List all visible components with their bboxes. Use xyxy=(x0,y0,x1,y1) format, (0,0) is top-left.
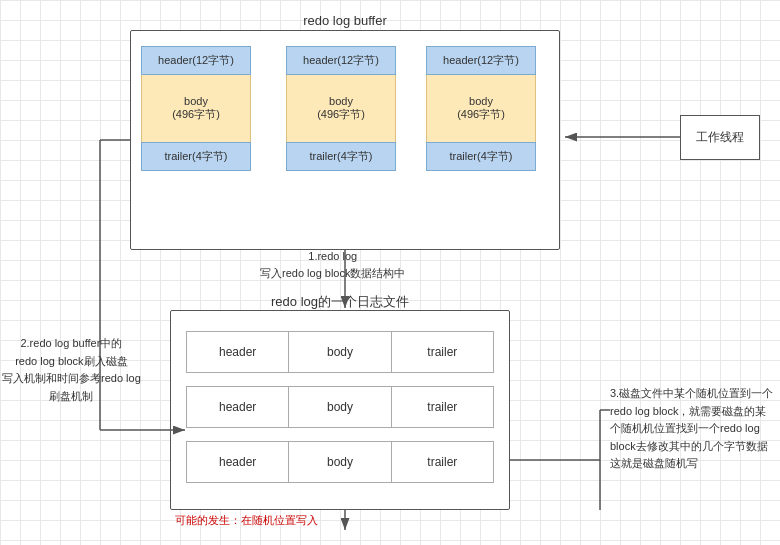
block2-trailer: trailer(4字节) xyxy=(286,142,396,171)
redo-log-buffer-title: redo log buffer xyxy=(303,13,387,28)
possible-label: 可能的发生：在随机位置写入 xyxy=(175,512,318,529)
file-row2-trailer: trailer xyxy=(392,387,493,427)
file-row3-body: body xyxy=(289,442,391,482)
step2-label: 2.redo log buffer中的 redo log block刷入磁盘 写… xyxy=(2,335,141,405)
block3-header: header(12字节) xyxy=(426,46,536,75)
file-row3-header: header xyxy=(187,442,289,482)
block3-body: body(496字节) xyxy=(426,75,536,142)
file-row2-header: header xyxy=(187,387,289,427)
block1-trailer: trailer(4字节) xyxy=(141,142,251,171)
redo-log-buffer-box: redo log buffer header(12字节) body(496字节)… xyxy=(130,30,560,250)
file-row1-trailer: trailer xyxy=(392,332,493,372)
file-row2-body: body xyxy=(289,387,391,427)
block2-header: header(12字节) xyxy=(286,46,396,75)
block3-trailer: trailer(4字节) xyxy=(426,142,536,171)
step3-label: 3.磁盘文件中某个随机位置到一个redo log block，就需要磁盘的某个随… xyxy=(610,385,775,473)
worker-thread-box: 工作线程 xyxy=(680,115,760,160)
file-row-3: header body trailer xyxy=(186,441,494,483)
block-col-3: header(12字节) body(496字节) trailer(4字节) xyxy=(426,46,536,171)
file-row-2: header body trailer xyxy=(186,386,494,428)
file-row3-trailer: trailer xyxy=(392,442,493,482)
file-row-1: header body trailer xyxy=(186,331,494,373)
block-col-2: header(12字节) body(496字节) trailer(4字节) xyxy=(286,46,396,171)
step1-label: 1.redo log 写入redo log block数据结构中 xyxy=(260,248,406,281)
redo-log-file-title: redo log的一个日志文件 xyxy=(271,293,409,311)
block2-body: body(496字节) xyxy=(286,75,396,142)
block-col-1: header(12字节) body(496字节) trailer(4字节) xyxy=(141,46,251,171)
worker-thread-label: 工作线程 xyxy=(696,129,744,146)
block1-header: header(12字节) xyxy=(141,46,251,75)
file-row1-body: body xyxy=(289,332,391,372)
block1-body: body(496字节) xyxy=(141,75,251,142)
file-row1-header: header xyxy=(187,332,289,372)
redo-log-file-box: redo log的一个日志文件 header body trailer head… xyxy=(170,310,510,510)
